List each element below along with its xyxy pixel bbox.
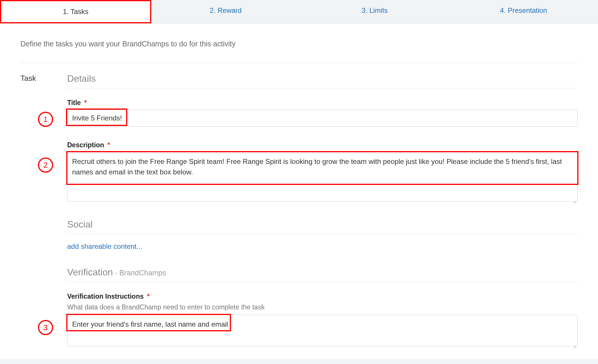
title-input[interactable] [67,110,578,127]
annotation-marker-2: 2 [38,158,53,173]
content-area: Define the tasks you want your BrandCham… [0,24,598,359]
verification-sub: - BrandChamps [113,269,166,277]
annotation-marker-3: 3 [38,320,53,335]
details-heading: Details [67,73,578,88]
social-heading: Social [67,219,578,234]
verification-instructions-label-text: Verification Instructions [67,293,144,300]
required-asterisk: * [147,293,150,300]
description-label-text: Description [67,141,104,149]
task-label: Task [20,73,41,350]
task-row: Task Details 1 Title * 2 Description [20,73,578,350]
tab-reward[interactable]: 2. Reward [151,0,300,23]
description-label: Description * [67,141,578,149]
add-shareable-link[interactable]: add shareable content... [67,242,142,251]
tab-limits[interactable]: 3. Limits [300,0,449,23]
wizard-tabs: 1. Tasks 2. Reward 3. Limits 4. Presenta… [0,0,598,24]
tab-tasks[interactable]: 1. Tasks [0,0,151,23]
verification-heading: Verification - BrandChamps [67,267,578,282]
description-field-block: 2 Description * [67,141,578,203]
task-body: Details 1 Title * 2 Description * [67,73,578,350]
verification-instructions-block: 3 Verification Instructions * What data … [67,293,578,347]
required-asterisk: * [84,99,87,106]
intro-text: Define the tasks you want your BrandCham… [20,40,578,63]
verification-instructions-help: What data does a BrandChamp need to ente… [67,303,578,311]
title-label: Title * [67,99,578,107]
description-textarea[interactable] [67,152,578,202]
annotation-marker-1: 1 [38,112,53,127]
title-label-text: Title [67,99,81,106]
required-asterisk: * [107,141,110,149]
tab-presentation[interactable]: 4. Presentation [449,0,598,23]
verification-heading-text: Verification [67,267,113,277]
verification-instructions-textarea[interactable] [67,315,578,346]
title-field-block: 1 Title * [67,99,578,127]
verification-instructions-label: Verification Instructions * [67,293,578,300]
